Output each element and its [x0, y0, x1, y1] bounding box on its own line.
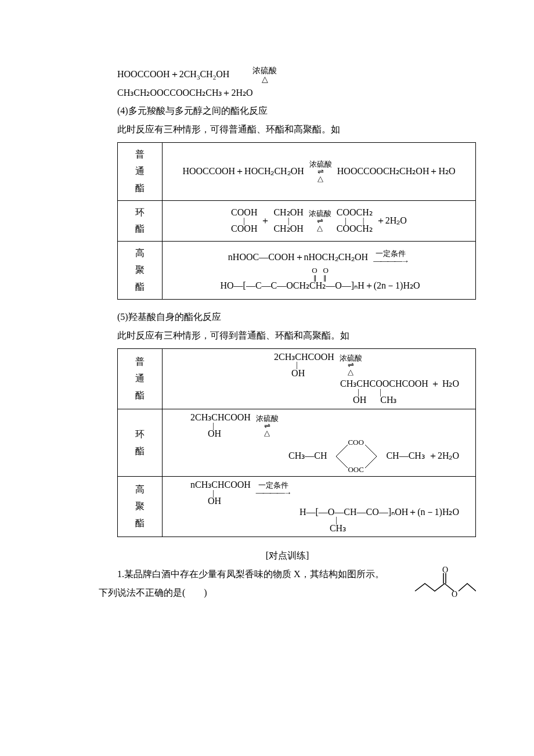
text: 2CH₃CHCOOH [190, 413, 251, 423]
reactant-a: COOH | COOH [231, 208, 257, 234]
table-row: 环酯 COOH | COOH ＋ CH₂OH | CH₂OH 浓硫酸 ⇌ △ [118, 200, 476, 242]
text: COOH [231, 224, 257, 234]
condition-bottom: △ [243, 75, 268, 84]
row-label: 高聚酯 [118, 476, 163, 537]
equilibrium-arrow: 浓硫酸 ⇌ △ [256, 414, 279, 437]
text: OH [208, 496, 221, 506]
row-label: 普通酯 [118, 143, 163, 200]
intro-4: 此时反应有三种情形，可得普通酯、环酯和高聚酯。如 [99, 120, 476, 139]
tail: ＋2H₂O [376, 215, 407, 227]
row-label: 高聚酯 [118, 242, 163, 299]
svg-line-0 [336, 445, 348, 456]
text: CH [200, 69, 212, 79]
product: COOCH₂ | | COOCH₂ [337, 208, 373, 234]
row-label: 环酯 [118, 409, 163, 477]
equilibrium-arrow: 浓硫酸 ⇌ △ [309, 209, 331, 232]
table-row: 环酯 2CH₃CHCOOH | OH 浓硫酸 ⇌ △ CH₃—CH [118, 409, 476, 477]
row-label: 环酯 [118, 200, 163, 242]
row-content: nHOOC—COOH＋nHOCH₂CH₂OH 一定条件 ————→ O O ‖ … [163, 242, 476, 299]
o: O [323, 266, 328, 275]
reactant-b: CH₂OH | CH₂OH [273, 208, 303, 234]
text: COOCH₂ [337, 224, 373, 234]
text: CH₃ [380, 395, 396, 405]
co-group: O O ‖ ‖ HO—[—C—C—OCH₂CH₂—O—]ₙH＋(2n－1)H₂O [221, 267, 420, 291]
heading-4: (4)多元羧酸与多元醇之间的酯化反应 [99, 102, 476, 120]
cond: 一定条件 [258, 481, 288, 489]
reactant: nCH₃CHCOOH | OH [190, 480, 251, 506]
rhs: HOOCCOOCH₂CH₂OH＋H₂O [337, 165, 456, 178]
table-row: 普通酯 HOOCCOOH＋HOCH₂CH₂OH 浓硫酸 ⇌ △ HOOCCOOC… [118, 143, 476, 200]
table-row: 普通酯 2CH₃CHCOOH | OH 浓硫酸 ⇌ △ [118, 348, 476, 409]
text: OH [291, 369, 305, 379]
hex-ring: COO OOC [330, 440, 383, 473]
text: CH₃ [330, 524, 346, 534]
heading-5: (5)羟基酸自身的酯化反应 [99, 308, 476, 326]
svg-text:O: O [442, 566, 448, 574]
polymer: HO—[—C—C—OCH₂CH₂—O—]ₙH＋(2n－1)H₂O [221, 281, 420, 291]
table-1: 普通酯 HOOCCOOH＋HOCH₂CH₂OH 浓硫酸 ⇌ △ HOOCCOOC… [117, 142, 476, 299]
reactant: 2CH₃CHCOOH | OH [190, 413, 251, 439]
row-label: 普通酯 [118, 348, 163, 409]
cond: △ [348, 368, 353, 377]
table-row: 高聚酯 nHOOC—COOH＋nHOCH₂CH₂OH 一定条件 ————→ O … [118, 242, 476, 299]
text: OOC [348, 465, 363, 475]
text: OH [353, 395, 366, 405]
hex-right: CH—CH₃ [386, 450, 424, 462]
tail: ＋2H₂O [428, 450, 459, 462]
svg-line-2 [365, 456, 377, 468]
row-content: COOH | COOH ＋ CH₂OH | CH₂OH 浓硫酸 ⇌ △ COOC… [163, 200, 476, 242]
table-2: 普通酯 2CH₃CHCOOH | OH 浓硫酸 ⇌ △ [117, 348, 476, 538]
text: H—[—O—CH—CO—]ₙOH＋(n－1)H₂O [300, 507, 459, 517]
lhs: HOOCCOOH＋HOCH₂CH₂OH [182, 165, 304, 178]
intro-5: 此时反应有三种情形，可得到普通酯、环酯和高聚酯。如 [99, 326, 476, 345]
lhs: nHOOC—COOH＋nHOCH₂CH₂OH [228, 251, 368, 264]
text: OH [216, 69, 229, 79]
cond: △ [317, 174, 323, 183]
product: CH₃CHCOOCHCOOH ＋ H₂O | | OH CH₃ [340, 379, 459, 405]
practice-title: [对点训练] [99, 546, 476, 565]
formula-line-1: HOOCCOOH＋2CH3CH2OH 浓硫酸 △ [99, 66, 476, 84]
condition-top: 浓硫酸 [234, 66, 277, 75]
reaction-condition: 浓硫酸 △ [234, 66, 277, 84]
formula-line-2: CH₃CH₂OOCCOOCH₂CH₃＋2H₂O [99, 87, 476, 99]
text: 2CH₃CHCOOH [274, 352, 334, 362]
equilibrium-arrow: 浓硫酸 ⇌ △ [340, 354, 362, 377]
product: H—[—O—CH—CO—]ₙOH＋(n－1)H₂O | CH₃ [300, 507, 459, 534]
arrow: 一定条件 ————→ [256, 481, 291, 497]
text: COO [348, 438, 363, 448]
text: OH [208, 429, 221, 439]
hex-left: CH₃—CH [288, 450, 327, 462]
row-content: 2CH₃CHCOOH | OH 浓硫酸 ⇌ △ CH₃CHCOOCHCOOH ＋… [163, 348, 476, 409]
text: CH₂OH [273, 224, 303, 234]
svg-text:O: O [452, 590, 457, 599]
svg-line-1 [365, 445, 377, 456]
equilibrium-arrow: 浓硫酸 ⇌ △ [309, 160, 332, 183]
cond: 一定条件 [376, 250, 406, 257]
question-1-text: 1.某品牌白酒中存在少量有凤梨香味的物质 X，其结构如图所示。下列说法不正确的是… [99, 565, 388, 602]
svg-line-3 [336, 456, 348, 468]
question-1-structure: O O [394, 565, 476, 606]
cond: △ [317, 224, 323, 233]
reactant: 2CH₃CHCOOH | OH [274, 352, 334, 379]
table-row: 高聚酯 nCH₃CHCOOH | OH 一定条件 ————→ H—[ [118, 476, 476, 537]
arrow: 一定条件 ————→ [373, 250, 408, 265]
text: HOOCCOOH＋2CH [117, 69, 197, 79]
ester-structure-icon: O O [412, 565, 476, 600]
cond: △ [264, 429, 270, 438]
row-content: 2CH₃CHCOOH | OH 浓硫酸 ⇌ △ CH₃—CH [163, 409, 476, 477]
o: O [312, 266, 317, 275]
text: nCH₃CHCOOH [190, 480, 251, 490]
row-content: HOOCCOOH＋HOCH₂CH₂OH 浓硫酸 ⇌ △ HOOCCOOCH₂CH… [163, 143, 476, 200]
row-content: nCH₃CHCOOH | OH 一定条件 ————→ H—[—O—CH—CO—]… [163, 476, 476, 537]
question-1: 1.某品牌白酒中存在少量有凤梨香味的物质 X，其结构如图所示。下列说法不正确的是… [99, 565, 476, 606]
plus: ＋ [261, 215, 270, 227]
